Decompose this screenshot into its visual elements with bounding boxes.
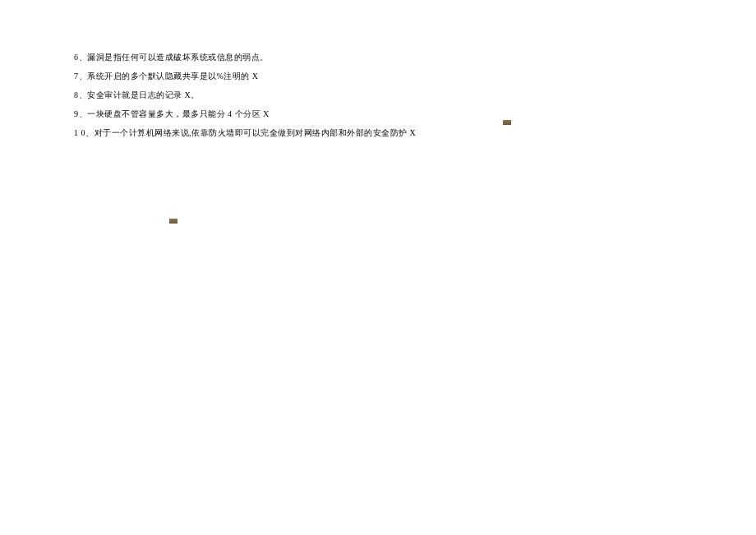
document-content: 6、漏洞是指任何可以造成破坏系统或信息的弱点。 7、系统开启的多个默认隐藏共享是… [74, 51, 756, 139]
text-line-9: 9、一块硬盘不管容量多大，最多只能分 4 个分区 X [74, 108, 756, 120]
decorative-marker [169, 219, 177, 224]
text-line-6: 6、漏洞是指任何可以造成破坏系统或信息的弱点。 [74, 51, 756, 63]
text-line-10: 1 0、对于一个计算机网络来说,依靠防火墙即可以完全做到对网络内部和外部的安全防… [74, 127, 756, 139]
text-line-7: 7、系统开启的多个默认隐藏共享是以%注明的 X [74, 70, 756, 82]
text-line-8: 8、安全审计就是日志的记录 X。 [74, 89, 756, 101]
decorative-marker [503, 120, 511, 125]
